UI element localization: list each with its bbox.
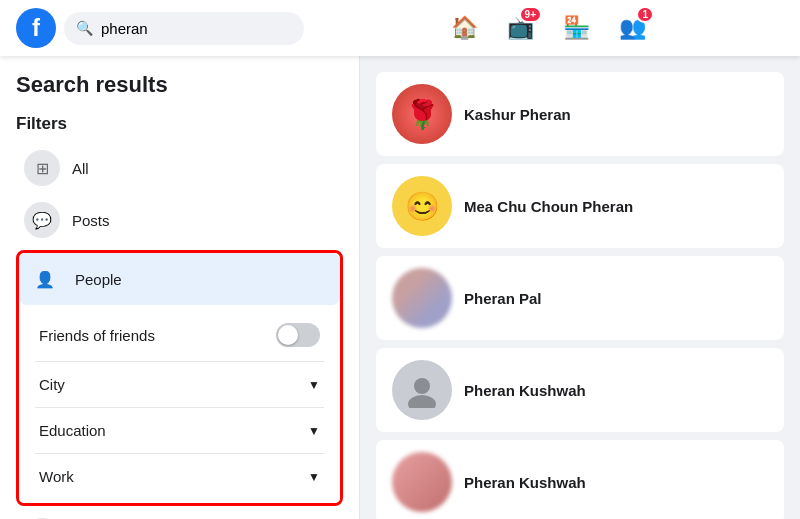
work-dropdown[interactable]: ▼ xyxy=(308,470,320,484)
friends-button[interactable]: 👥 1 xyxy=(608,4,656,52)
work-option[interactable]: Work ▼ xyxy=(35,458,324,495)
people-options: Friends of friends City ▼ Education ▼ xyxy=(19,305,340,503)
work-label: Work xyxy=(39,468,74,485)
friends-badge: 1 xyxy=(636,6,654,23)
education-chevron-icon: ▼ xyxy=(308,424,320,438)
notifications-button[interactable]: 📺 9+ xyxy=(496,4,544,52)
people-section: 👤 People Friends of friends City ▼ xyxy=(16,250,343,506)
avatar-mea-chu: 😊 xyxy=(392,176,452,236)
education-dropdown[interactable]: ▼ xyxy=(308,424,320,438)
store-icon: 🏪 xyxy=(563,15,590,41)
work-chevron-icon: ▼ xyxy=(308,470,320,484)
posts-icon: 💬 xyxy=(24,202,60,238)
home-icon: 🏠 xyxy=(451,15,478,41)
avatar-pheran-pal xyxy=(392,268,452,328)
result-pheran-kushwah-1[interactable]: Pheran Kushwah xyxy=(376,348,784,432)
filter-people-label: People xyxy=(75,271,122,288)
svg-point-1 xyxy=(408,395,436,408)
friends-of-friends-label: Friends of friends xyxy=(39,327,155,344)
filter-photos[interactable]: 🖼 Photos xyxy=(16,510,343,519)
main-layout: Search results Filters ⊞ All 💬 Posts 👤 P… xyxy=(0,56,800,519)
svg-point-0 xyxy=(414,378,430,394)
result-name-kashur: Kashur Pheran xyxy=(464,106,571,123)
search-box[interactable]: 🔍 xyxy=(64,12,304,45)
marketplace-button[interactable]: 🏪 xyxy=(552,4,600,52)
sidebar: Search results Filters ⊞ All 💬 Posts 👤 P… xyxy=(0,56,360,519)
education-option[interactable]: Education ▼ xyxy=(35,412,324,449)
result-name-pheran-pal: Pheran Pal xyxy=(464,290,542,307)
filters-label: Filters xyxy=(16,114,343,134)
all-icon: ⊞ xyxy=(24,150,60,186)
avatar-kushwah-2 xyxy=(392,452,452,512)
search-input[interactable] xyxy=(101,20,292,37)
divider-3 xyxy=(35,453,324,454)
filter-all[interactable]: ⊞ All xyxy=(16,142,343,194)
result-name-mea-chu: Mea Chu Choun Pheran xyxy=(464,198,633,215)
facebook-logo: f xyxy=(16,8,56,48)
default-avatar-icon xyxy=(404,372,440,408)
nav-center: 🏠 📺 9+ 🏪 👥 1 xyxy=(312,4,784,52)
result-name-kushwah-2: Pheran Kushwah xyxy=(464,474,586,491)
result-pheran-pal[interactable]: Pheran Pal xyxy=(376,256,784,340)
divider-1 xyxy=(35,361,324,362)
city-chevron-icon: ▼ xyxy=(308,378,320,392)
people-section-icon: 👤 xyxy=(27,261,63,297)
result-mea-chu[interactable]: 😊 Mea Chu Choun Pheran xyxy=(376,164,784,248)
city-option[interactable]: City ▼ xyxy=(35,366,324,403)
content-area: 🌹 Kashur Pheran 😊 Mea Chu Choun Pheran P… xyxy=(360,56,800,519)
filter-people[interactable]: 👤 People xyxy=(19,253,340,305)
top-nav: f 🔍 🏠 📺 9+ 🏪 👥 1 xyxy=(0,0,800,56)
avatar-kushwah-1 xyxy=(392,360,452,420)
search-results-title: Search results xyxy=(16,72,343,98)
avatar-kashur: 🌹 xyxy=(392,84,452,144)
education-label: Education xyxy=(39,422,106,439)
home-button[interactable]: 🏠 xyxy=(440,4,488,52)
search-icon: 🔍 xyxy=(76,20,93,36)
filter-posts-label: Posts xyxy=(72,212,110,229)
friends-of-friends-toggle[interactable] xyxy=(276,323,320,347)
filter-posts[interactable]: 💬 Posts xyxy=(16,194,343,246)
result-kashur-pheran[interactable]: 🌹 Kashur Pheran xyxy=(376,72,784,156)
city-label: City xyxy=(39,376,65,393)
city-dropdown[interactable]: ▼ xyxy=(308,378,320,392)
result-pheran-kushwah-2[interactable]: Pheran Kushwah xyxy=(376,440,784,519)
notifications-badge: 9+ xyxy=(519,6,542,23)
divider-2 xyxy=(35,407,324,408)
filter-all-label: All xyxy=(72,160,89,177)
friends-of-friends-option: Friends of friends xyxy=(35,313,324,357)
result-name-kushwah-1: Pheran Kushwah xyxy=(464,382,586,399)
